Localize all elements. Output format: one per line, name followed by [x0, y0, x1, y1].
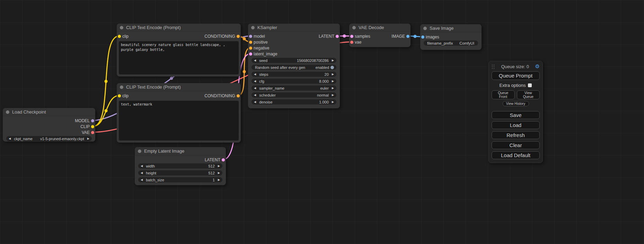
prompt-textarea[interactable]: beautiful scenery nature glass bottle la…	[119, 41, 239, 74]
widget-cfg[interactable]: ◀ cfg 8.000 ▶	[252, 79, 336, 84]
decrement-arrow-icon[interactable]: ◀	[141, 172, 143, 174]
input-port-latent-image[interactable]	[249, 52, 252, 55]
increment-arrow-icon[interactable]: ▶	[332, 87, 334, 90]
refresh-button[interactable]: Refresh	[492, 131, 540, 139]
input-port-vae[interactable]	[350, 40, 353, 44]
widget-ckpt-name[interactable]: ◀ ckpt_name v1-5-pruned-emaonly.ckpt ▶	[6, 136, 92, 141]
increment-arrow-icon[interactable]: ▶	[218, 172, 220, 174]
output-port-conditioning[interactable]	[237, 94, 240, 97]
output-port-conditioning[interactable]	[237, 35, 240, 38]
widget-sampler-name[interactable]: ◀ sampler_name euler ▶	[252, 85, 336, 91]
prompt-textarea[interactable]: text, watermark	[119, 101, 239, 141]
widget-width[interactable]: ◀ width 512 ▶	[138, 163, 222, 169]
node-save-image[interactable]: Save Image images filename_prefix ComfyU…	[420, 24, 482, 50]
node-title-bar[interactable]: KSampler	[248, 24, 340, 32]
node-title-bar[interactable]: VAE Decode	[349, 24, 411, 32]
view-queue-button[interactable]: View Queue	[517, 90, 540, 99]
output-port-model[interactable]	[91, 119, 94, 122]
view-history-button[interactable]: View History	[503, 101, 529, 106]
increment-arrow-icon[interactable]: ▶	[332, 94, 334, 97]
input-port-samples[interactable]	[350, 35, 353, 38]
queue-front-button[interactable]: Queue Front	[492, 90, 515, 99]
decrement-arrow-icon[interactable]: ◀	[254, 94, 256, 97]
widget-seed[interactable]: ◀ seed 156680208700286 ▶	[252, 58, 336, 63]
node-empty-latent-image[interactable]: Empty Latent Image LATENT ◀ width 512 ▶ …	[135, 147, 226, 185]
drag-handle-icon[interactable]	[492, 64, 495, 69]
save-button[interactable]: Save	[492, 111, 540, 119]
output-port-vae[interactable]	[91, 131, 94, 134]
increment-arrow-icon[interactable]: ▶	[218, 179, 220, 181]
extra-options-checkbox[interactable]	[528, 83, 532, 87]
output-label-image: IMAGE	[391, 34, 405, 39]
increment-arrow-icon[interactable]: ▶	[332, 80, 334, 83]
node-clip-text-encode-positive[interactable]: CLIP Text Encode (Prompt) clip CONDITION…	[117, 24, 241, 76]
collapse-dot-icon[interactable]	[352, 26, 356, 29]
clear-button[interactable]: Clear	[492, 141, 540, 149]
node-title-bar[interactable]: CLIP Text Encode (Prompt)	[117, 24, 241, 32]
collapse-dot-icon[interactable]	[251, 26, 255, 29]
node-title-bar[interactable]: Load Checkpoint	[3, 108, 95, 116]
collapse-dot-icon[interactable]	[423, 27, 427, 30]
node-title: Save Image	[430, 26, 453, 31]
input-port-images[interactable]	[421, 35, 424, 38]
node-vae-decode[interactable]: VAE Decode samples IMAGE vae	[349, 24, 411, 47]
output-port-image[interactable]	[406, 35, 409, 38]
collapse-dot-icon[interactable]	[120, 85, 123, 89]
toggle-knob-icon[interactable]	[330, 66, 334, 69]
node-graph-canvas[interactable]: Load Checkpoint MODEL CLIP VAE ◀ ckpt_na…	[0, 0, 644, 244]
widget-random-seed-toggle[interactable]: Random seed after every gen enabled	[252, 65, 336, 70]
increment-arrow-icon[interactable]: ▶	[332, 101, 334, 103]
node-title-bar[interactable]: Save Image	[420, 24, 482, 33]
widget-denoise[interactable]: ◀ denoise 1.000 ▶	[252, 99, 336, 105]
decrement-arrow-icon[interactable]: ◀	[254, 87, 256, 90]
collapse-dot-icon[interactable]	[6, 110, 9, 114]
increment-arrow-icon[interactable]: ▶	[332, 73, 334, 76]
widget-value: ComfyUI	[459, 41, 474, 45]
node-title-bar[interactable]: CLIP Text Encode (Prompt)	[117, 83, 241, 91]
widget-batch-size[interactable]: ◀ batch_size 1 ▶	[138, 177, 222, 182]
node-clip-text-encode-negative[interactable]: CLIP Text Encode (Prompt) clip CONDITION…	[117, 83, 241, 143]
queue-prompt-button[interactable]: Queue Prompt	[492, 71, 540, 80]
output-port-latent[interactable]	[222, 158, 225, 161]
input-port-model[interactable]	[249, 35, 252, 38]
widget-label: width	[146, 164, 155, 168]
output-label-conditioning: CONDITIONING	[204, 93, 235, 98]
input-port-positive[interactable]	[249, 40, 252, 44]
wire-midpoint-dot	[243, 37, 246, 40]
widget-height[interactable]: ◀ height 512 ▶	[138, 170, 222, 175]
collapse-dot-icon[interactable]	[120, 26, 123, 29]
widget-value: enabled	[316, 65, 329, 70]
increment-arrow-icon[interactable]: ▶	[332, 59, 334, 62]
load-default-button[interactable]: Load Default	[492, 151, 540, 159]
increment-arrow-icon[interactable]: ▶	[87, 137, 89, 140]
decrement-arrow-icon[interactable]: ◀	[254, 73, 256, 76]
input-port-negative[interactable]	[249, 46, 252, 49]
input-port-clip[interactable]	[118, 35, 121, 38]
input-port-clip[interactable]	[118, 94, 121, 97]
wire-midpoint-dot	[243, 70, 246, 73]
node-ksampler[interactable]: KSampler model LATENT positive negative …	[248, 24, 340, 108]
decrement-arrow-icon[interactable]: ◀	[254, 80, 256, 83]
collapse-dot-icon[interactable]	[138, 150, 141, 153]
settings-gear-icon[interactable]: ⚙	[535, 64, 540, 69]
input-label-latent-image: latent_image	[254, 52, 277, 56]
node-load-checkpoint[interactable]: Load Checkpoint MODEL CLIP VAE ◀ ckpt_na…	[3, 108, 95, 142]
increment-arrow-icon[interactable]: ▶	[218, 165, 220, 168]
widget-filename-prefix[interactable]: filename_prefix ComfyUI	[424, 40, 478, 46]
node-title: KSampler	[257, 25, 277, 30]
decrement-arrow-icon[interactable]: ◀	[254, 101, 256, 103]
node-title: VAE Decode	[359, 25, 384, 30]
decrement-arrow-icon[interactable]: ◀	[141, 165, 143, 168]
widget-steps[interactable]: ◀ steps 20 ▶	[252, 72, 336, 77]
widget-scheduler[interactable]: ◀ scheduler normal ▶	[252, 92, 336, 98]
decrement-arrow-icon[interactable]: ◀	[254, 59, 256, 62]
wire-midpoint-dot	[170, 77, 173, 80]
node-title-bar[interactable]: Empty Latent Image	[135, 147, 226, 155]
decrement-arrow-icon[interactable]: ◀	[9, 137, 11, 140]
load-button[interactable]: Load	[492, 121, 540, 129]
output-port-latent[interactable]	[336, 35, 339, 38]
decrement-arrow-icon[interactable]: ◀	[141, 179, 143, 181]
output-port-clip[interactable]	[91, 125, 94, 128]
input-label-negative: negative	[254, 46, 269, 51]
extra-options-label: Extra options	[500, 83, 526, 88]
